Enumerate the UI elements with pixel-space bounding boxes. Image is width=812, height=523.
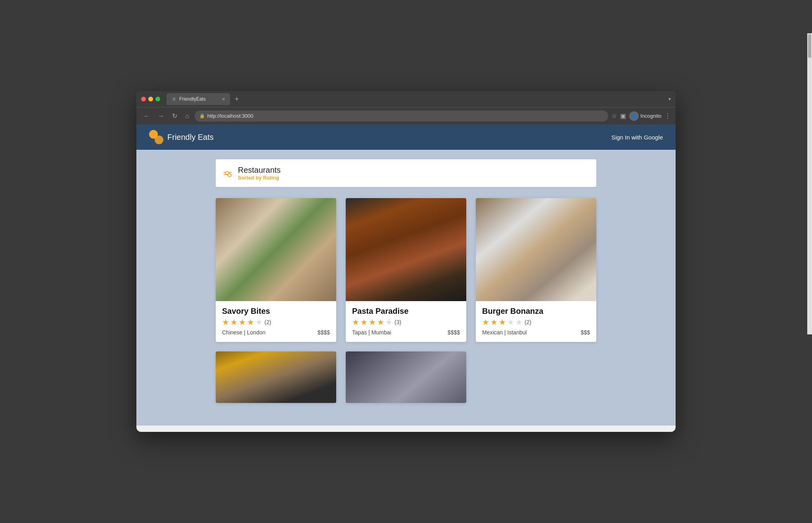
- restaurant-info: Pasta Paradise ★ ★ ★ ★ ★ (3) Tapas | Mum…: [346, 301, 466, 342]
- section-title: Restaurants: [238, 166, 281, 175]
- restaurant-price: $$$: [581, 329, 590, 336]
- lock-icon: 🔒: [199, 113, 205, 118]
- star-1: ★: [222, 318, 229, 326]
- bookmark-icon[interactable]: ☆: [611, 112, 617, 120]
- more-icon[interactable]: ⋮: [665, 112, 671, 120]
- restaurant-meta: Chinese | London $$$$: [222, 329, 330, 336]
- stars-row: ★ ★ ★ ★ ★ (2): [222, 318, 330, 326]
- filter-line-2: [224, 174, 232, 175]
- restaurant-meta: Tapas | Mumbai $$$$: [352, 329, 460, 336]
- browser-toolbar: ← → ↻ ⌂ 🔒 http://localhost:3000 ☆ ▣ 👤 In…: [136, 107, 676, 124]
- stars-row: ★ ★ ★ ★ ★ (2): [482, 318, 590, 326]
- restaurant-cuisine: Mexican | Istanbul: [482, 329, 527, 336]
- restaurant-name: Savory Bites: [222, 307, 330, 316]
- new-tab-button[interactable]: +: [232, 95, 242, 103]
- star-2: ★: [230, 318, 237, 326]
- sign-in-button[interactable]: Sign In with Google: [611, 134, 663, 141]
- restaurant-image-savory-bites: [216, 198, 336, 301]
- toolbar-right: ☆ ▣ 👤 Incognito ⋮: [611, 111, 671, 121]
- star-3: ★: [369, 318, 376, 326]
- fullscreen-button[interactable]: [155, 97, 160, 101]
- traffic-lights: [141, 97, 160, 101]
- star-3: ★: [239, 318, 246, 326]
- section-subtitle: Sorted by Rating: [238, 175, 281, 181]
- back-button[interactable]: ←: [141, 111, 152, 121]
- tab-close-icon[interactable]: ×: [222, 96, 225, 102]
- star-1: ★: [482, 318, 489, 326]
- star-3: ★: [499, 318, 506, 326]
- star-5: ★: [255, 318, 262, 326]
- app-logo: Friendly Eats: [149, 130, 214, 144]
- filter-icon[interactable]: [224, 172, 232, 175]
- restaurant-image-pasta-paradise: [346, 198, 466, 301]
- restaurant-image-burger-bonanza: [476, 198, 596, 301]
- review-count: (2): [525, 319, 531, 325]
- star-2: ★: [490, 318, 498, 326]
- restaurant-meta: Mexican | Istanbul $$$: [482, 329, 590, 336]
- review-count: (2): [264, 319, 271, 325]
- tab-title: FriendlyEats: [179, 96, 206, 102]
- restaurant-card-burger-bonanza[interactable]: Burger Bonanza ★ ★ ★ ★ ★ (2) Mexican | I…: [476, 198, 596, 342]
- star-4: ★: [507, 318, 514, 326]
- restaurant-image-4: [216, 351, 336, 403]
- active-tab[interactable]: 🍴 FriendlyEats ×: [167, 93, 230, 105]
- incognito-label: Incognito: [640, 113, 661, 119]
- restaurant-info: Savory Bites ★ ★ ★ ★ ★ (2) Chinese | Lon…: [216, 301, 336, 342]
- restaurant-card-5[interactable]: [346, 351, 466, 403]
- restaurant-image-placeholder: [476, 198, 596, 301]
- address-bar[interactable]: 🔒 http://localhost:3000: [195, 111, 609, 122]
- star-4: ★: [377, 318, 384, 326]
- logo-circle-2: [155, 136, 163, 144]
- restaurant-price: $$$$: [318, 329, 330, 336]
- close-button[interactable]: [141, 97, 146, 101]
- restaurant-name: Burger Bonanza: [482, 307, 590, 316]
- star-5: ★: [515, 318, 523, 326]
- star-2: ★: [360, 318, 368, 326]
- tab-area: 🍴 FriendlyEats × +: [167, 93, 665, 105]
- restaurant-cuisine: Chinese | London: [222, 329, 266, 336]
- restaurant-image-placeholder-5: [346, 351, 466, 403]
- restaurant-image-placeholder: [346, 198, 466, 301]
- sidebar-icon[interactable]: ▣: [620, 112, 626, 120]
- incognito-button[interactable]: 👤 Incognito: [629, 111, 661, 121]
- restaurant-image-placeholder-4: [216, 351, 336, 403]
- tab-favicon: 🍴: [171, 96, 177, 102]
- star-5: ★: [385, 318, 393, 326]
- restaurant-image-placeholder: [216, 198, 336, 301]
- browser-chrome: 🍴 FriendlyEats × + ▾ ← → ↻ ⌂ 🔒 http://lo…: [136, 91, 676, 124]
- restaurants-grid: Savory Bites ★ ★ ★ ★ ★ (2) Chinese | Lon…: [216, 198, 596, 403]
- main-content: Restaurants Sorted by Rating Savory Bite…: [136, 150, 676, 412]
- minimize-button[interactable]: [148, 97, 153, 101]
- section-header: Restaurants Sorted by Rating: [216, 159, 596, 187]
- browser-titlebar: 🍴 FriendlyEats × + ▾: [136, 91, 676, 107]
- stars-row: ★ ★ ★ ★ ★ (3): [352, 318, 460, 326]
- restaurant-info: Burger Bonanza ★ ★ ★ ★ ★ (2) Mexican | I…: [476, 301, 596, 342]
- restaurant-card-savory-bites[interactable]: Savory Bites ★ ★ ★ ★ ★ (2) Chinese | Lon…: [216, 198, 336, 342]
- incognito-icon: 👤: [629, 111, 639, 121]
- app-title: Friendly Eats: [167, 133, 214, 142]
- app-header: Friendly Eats Sign In with Google: [136, 124, 676, 150]
- star-1: ★: [352, 318, 359, 326]
- restaurant-name: Pasta Paradise: [352, 307, 460, 316]
- forward-button[interactable]: →: [155, 111, 167, 121]
- restaurant-card-4[interactable]: [216, 351, 336, 403]
- home-button[interactable]: ⌂: [183, 111, 192, 121]
- review-count: (3): [395, 319, 401, 325]
- star-4: ★: [247, 318, 254, 326]
- restaurant-image-5: [346, 351, 466, 403]
- restaurant-cuisine: Tapas | Mumbai: [352, 329, 391, 336]
- restaurant-card-pasta-paradise[interactable]: Pasta Paradise ★ ★ ★ ★ ★ (3) Tapas | Mum…: [346, 198, 466, 342]
- reload-button[interactable]: ↻: [170, 111, 180, 121]
- restaurant-price: $$$$: [448, 329, 460, 336]
- app-wrapper: Friendly Eats Sign In with Google Restau…: [136, 124, 676, 426]
- filter-line-1: [224, 172, 232, 173]
- tab-dropdown-icon[interactable]: ▾: [668, 96, 671, 102]
- logo-icon: [149, 130, 163, 144]
- browser-window: 🍴 FriendlyEats × + ▾ ← → ↻ ⌂ 🔒 http://lo…: [136, 91, 676, 432]
- url-text: http://localhost:3000: [207, 113, 253, 119]
- section-header-text: Restaurants Sorted by Rating: [238, 166, 281, 181]
